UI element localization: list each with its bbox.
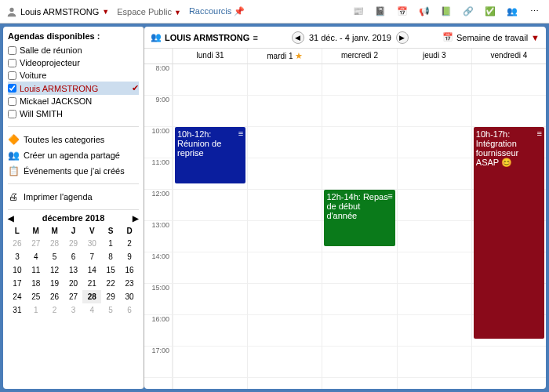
prev-week[interactable]: ◀	[292, 31, 304, 44]
owner-avatar-icon: 👥	[151, 32, 162, 42]
announce-icon[interactable]: 📢	[416, 3, 433, 20]
minical-day[interactable]: 30	[120, 290, 139, 303]
calendar-item[interactable]: Louis ARMSTRONG✔	[8, 82, 139, 95]
minical-day[interactable]: 6	[120, 303, 139, 317]
event-menu-icon[interactable]: ≡	[537, 129, 542, 138]
minical-day[interactable]: 4	[82, 303, 101, 317]
day-header: mercredi 2	[322, 49, 396, 64]
minical-day[interactable]: 28	[82, 290, 101, 303]
calendar-checkbox[interactable]	[8, 110, 16, 118]
event-menu-icon[interactable]: ≡	[387, 191, 392, 201]
calendar-item[interactable]: Voiture	[8, 69, 139, 82]
day-column[interactable]: 10h-17h: Intégration fournisseur ASAP 😊≡	[471, 64, 546, 389]
minical-day[interactable]: 5	[101, 303, 120, 317]
next-week[interactable]: ▶	[396, 31, 409, 44]
link-icon[interactable]: 🔗	[460, 3, 477, 20]
event-menu-icon[interactable]: ≡	[238, 129, 243, 138]
minical-day[interactable]: 5	[45, 250, 64, 263]
minical-day[interactable]: 31	[8, 303, 27, 317]
minical-day[interactable]: 12	[45, 263, 64, 277]
minical-day[interactable]: 4	[27, 250, 45, 263]
chevron-down-icon: ▼	[102, 8, 109, 16]
star-icon: ★	[295, 51, 303, 60]
tasks-icon[interactable]: ✅	[482, 3, 499, 20]
day-column[interactable]	[247, 64, 322, 389]
contacts-icon[interactable]: 📗	[438, 3, 455, 20]
calendar-item[interactable]: Mickael JACKSON	[8, 95, 139, 107]
minical-day[interactable]: 1	[101, 237, 120, 250]
calendar-event[interactable]: 12h-14h: Repas de début d'année≡	[324, 190, 394, 246]
minical-day[interactable]: 2	[45, 303, 64, 317]
calendar-checkbox[interactable]	[8, 46, 16, 55]
space-menu[interactable]: Espace Public ▼	[117, 7, 181, 16]
view-selector[interactable]: 📅 Semaine de travail ▼	[442, 32, 540, 42]
chevron-down-icon: ▼	[174, 9, 181, 16]
minical-day[interactable]: 24	[8, 290, 27, 303]
minical-day[interactable]: 3	[8, 250, 27, 263]
minical-day[interactable]: 27	[27, 237, 45, 250]
minical-day[interactable]: 13	[64, 263, 83, 277]
calendar-item[interactable]: Salle de réunion	[8, 44, 139, 56]
more-icon[interactable]: ⋯	[525, 3, 543, 20]
minical-day[interactable]: 11	[27, 263, 45, 277]
minical-day[interactable]: 18	[27, 277, 45, 290]
events-created[interactable]: 📋Événements que j'ai créés	[8, 163, 139, 179]
share-icon: 👥	[8, 150, 19, 161]
print-agenda[interactable]: 🖨Imprimer l'agenda	[8, 189, 139, 205]
chat-icon[interactable]: 👥	[504, 3, 521, 20]
minical-day[interactable]: 19	[45, 277, 64, 290]
owner-menu-icon[interactable]: ≡	[253, 33, 257, 42]
prev-month[interactable]: ◀	[8, 214, 14, 223]
minical-day[interactable]: 15	[101, 263, 120, 277]
minical-day[interactable]: 29	[64, 237, 83, 250]
calendar-checkbox[interactable]	[8, 84, 16, 93]
minical-day[interactable]: 1	[27, 303, 45, 317]
minical-day[interactable]: 8	[101, 250, 120, 263]
calendar-item[interactable]: Will SMITH	[8, 107, 139, 120]
minical-day[interactable]: 2	[120, 237, 139, 250]
date-range: 31 déc. - 4 janv. 2019	[309, 33, 391, 42]
minical-day[interactable]: 17	[8, 277, 27, 290]
day-column[interactable]: 12h-14h: Repas de début d'année≡	[322, 64, 396, 389]
next-month[interactable]: ▶	[133, 214, 139, 223]
minical-day[interactable]: 6	[64, 250, 83, 263]
calendar-event[interactable]: 10h-12h: Réunion de reprise≡	[175, 127, 245, 183]
minical-day[interactable]: 20	[64, 277, 83, 290]
day-header: mardi 1 ★	[247, 49, 322, 64]
calendar-item[interactable]: Videoprojecteur	[8, 56, 139, 69]
day-column[interactable]	[397, 64, 471, 389]
minical-day[interactable]: 26	[8, 237, 27, 250]
categories-icon: 🔶	[8, 134, 19, 145]
minical-day[interactable]: 23	[120, 277, 139, 290]
news-icon[interactable]: 📰	[350, 3, 367, 20]
shortcuts-menu[interactable]: Raccourcis 📌	[189, 6, 245, 16]
calendar-icon[interactable]: 📅	[394, 3, 411, 20]
day-header: vendredi 4	[471, 49, 546, 64]
create-shared[interactable]: 👥Créer un agenda partagé	[8, 147, 139, 163]
minical-day[interactable]: 10	[8, 263, 27, 277]
minical-day[interactable]: 3	[64, 303, 83, 317]
calendar-event[interactable]: 10h-17h: Intégration fournisseur ASAP 😊≡	[474, 127, 544, 339]
minical-day[interactable]: 30	[82, 237, 101, 250]
book-icon[interactable]: 📓	[372, 3, 389, 20]
minical-day[interactable]: 22	[101, 277, 120, 290]
minical-day[interactable]: 16	[120, 263, 139, 277]
all-categories[interactable]: 🔶Toutes les categories	[8, 132, 139, 147]
minical-day[interactable]: 9	[120, 250, 139, 263]
calendar-checkbox[interactable]	[8, 71, 16, 80]
minical-day[interactable]: 14	[82, 263, 101, 277]
minical-day[interactable]: 27	[64, 290, 83, 303]
minical-day[interactable]: 7	[82, 250, 101, 263]
minical-day[interactable]: 28	[45, 237, 64, 250]
minical-day[interactable]: 25	[27, 290, 45, 303]
minical-day[interactable]: 21	[82, 277, 101, 290]
minical-day[interactable]: 26	[45, 290, 64, 303]
user-menu[interactable]: Louis ARMSTRONG ▼	[6, 6, 109, 17]
calendar-checkbox[interactable]	[8, 97, 16, 106]
day-column[interactable]: 10h-12h: Réunion de reprise≡	[173, 64, 247, 389]
chevron-down-icon: ▼	[531, 33, 540, 42]
user-icon	[6, 6, 17, 17]
minical-day[interactable]: 29	[101, 290, 120, 303]
calendar-checkbox[interactable]	[8, 59, 16, 67]
events-icon: 📋	[8, 165, 19, 176]
